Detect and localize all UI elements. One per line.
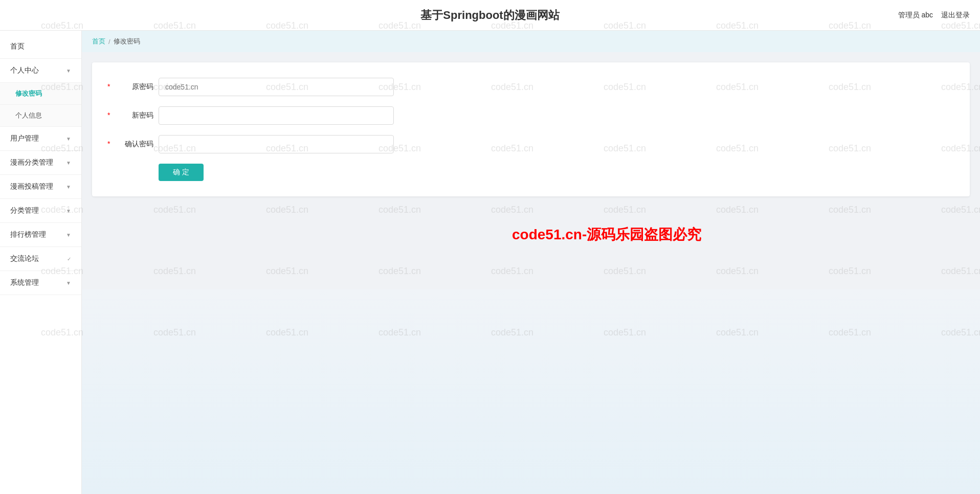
sidebar-item-ranking[interactable]: 排行榜管理 ▼ [0,223,81,247]
sidebar-sub-item-change-password[interactable]: 修改密码 [0,83,81,105]
breadcrumb-separator: / [108,38,110,46]
sidebar-item-forum[interactable]: 交流论坛 ✓ [0,247,81,271]
comic-vote-label: 漫画投稿管理 [10,182,53,191]
comic-category-label: 漫画分类管理 [10,158,53,167]
new-password-label: 新密码 [113,111,153,120]
red-warning-text: code51.cn-源码乐园盗图必究 [512,225,701,244]
new-password-row: 新密码 [113,106,949,125]
logout-button[interactable]: 退出登录 [941,11,970,20]
confirm-button[interactable]: 确 定 [159,164,204,181]
sidebar: 首页 个人中心 ▼ 修改密码 个人信息 用户管理 ▼ 漫画分类管理 ▼ 漫画投稿… [0,31,82,494]
confirm-password-row: 确认密码 [113,135,949,153]
chevron-right-icon-3: ▼ [66,184,71,190]
confirm-password-label: 确认密码 [113,140,153,149]
check-icon: ✓ [67,256,71,262]
form-card: 原密码 新密码 确认密码 确 定 [92,62,970,196]
old-password-row: 原密码 [113,78,949,96]
breadcrumb: 首页 / 修改密码 [82,31,980,52]
chevron-right-icon: ▼ [66,136,71,142]
system-label: 系统管理 [10,278,39,287]
chevron-right-icon-5: ▼ [66,232,71,238]
ranking-label: 排行榜管理 [10,230,46,239]
confirm-password-input[interactable] [159,135,394,153]
sidebar-item-home[interactable]: 首页 [0,35,81,59]
header-admin: 管理员 abc [898,11,933,20]
sidebar-item-personal-center[interactable]: 个人中心 ▼ [0,59,81,83]
chevron-down-icon: ▼ [66,68,71,74]
sidebar-item-comic-category[interactable]: 漫画分类管理 ▼ [0,151,81,175]
chevron-right-icon-6: ▼ [66,280,71,286]
header-right: 管理员 abc 退出登录 [898,11,970,20]
main-layout: 首页 个人中心 ▼ 修改密码 个人信息 用户管理 ▼ 漫画分类管理 ▼ 漫画投稿… [0,31,980,494]
sidebar-personal-center-label: 个人中心 [10,66,39,75]
sidebar-item-user-management[interactable]: 用户管理 ▼ [0,127,81,151]
old-password-input[interactable] [159,78,394,96]
sidebar-home-label: 首页 [10,42,25,51]
sidebar-sub-item-personal-info[interactable]: 个人信息 [0,105,81,127]
form-button-row: 确 定 [113,164,949,181]
sidebar-item-system[interactable]: 系统管理 ▼ [0,271,81,295]
breadcrumb-home[interactable]: 首页 [92,37,105,46]
chevron-right-icon-2: ▼ [66,160,71,166]
sidebar-item-comic-vote[interactable]: 漫画投稿管理 ▼ [0,175,81,199]
user-management-label: 用户管理 [10,134,39,143]
personal-info-label: 个人信息 [15,111,42,120]
background-decoration [82,289,980,494]
chevron-right-icon-4: ▼ [66,208,71,214]
forum-label: 交流论坛 [10,254,39,263]
header-title: 基于Springboot的漫画网站 [420,8,559,23]
breadcrumb-current: 修改密码 [114,37,140,46]
new-password-input[interactable] [159,106,394,125]
change-password-label: 修改密码 [15,89,42,98]
category-label: 分类管理 [10,206,39,215]
old-password-label: 原密码 [113,82,153,92]
header: 基于Springboot的漫画网站 管理员 abc 退出登录 [0,0,980,31]
main-content: 首页 / 修改密码 code51.cn-源码乐园盗图必究 原密码 新密码 确认 [82,31,980,494]
sidebar-item-category[interactable]: 分类管理 ▼ [0,199,81,223]
